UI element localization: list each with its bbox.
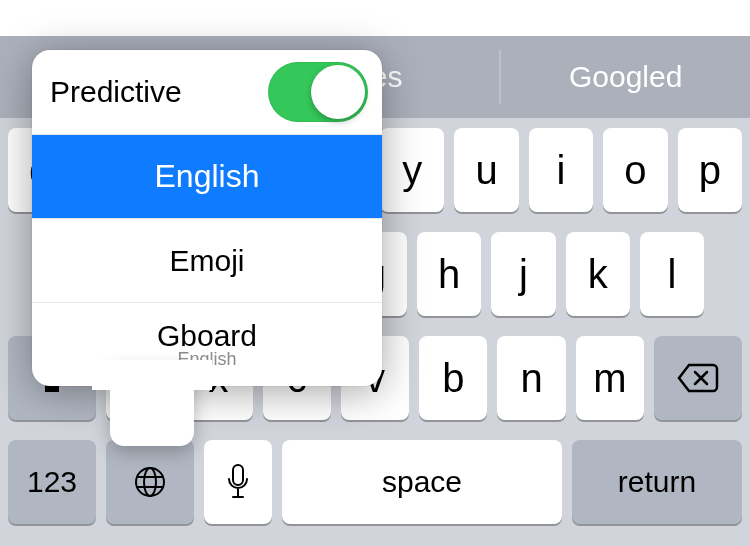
key-row-4: 123 space return <box>8 440 742 524</box>
microphone-icon <box>226 463 250 501</box>
backspace-key[interactable] <box>654 336 742 420</box>
app-content-strip <box>0 0 750 36</box>
predictive-toggle[interactable] <box>268 62 368 122</box>
option-label: Emoji <box>169 244 244 278</box>
key-u[interactable]: u <box>454 128 518 212</box>
space-key[interactable]: space <box>282 440 562 524</box>
key-j[interactable]: j <box>491 232 555 316</box>
numeric-key[interactable]: 123 <box>8 440 96 524</box>
key-i[interactable]: i <box>529 128 593 212</box>
option-label: English <box>155 158 260 195</box>
keyboard-option-english[interactable]: English <box>32 134 382 218</box>
key-n[interactable]: n <box>497 336 565 420</box>
key-o[interactable]: o <box>603 128 667 212</box>
key-h[interactable]: h <box>417 232 481 316</box>
key-l[interactable]: l <box>640 232 704 316</box>
backspace-icon <box>677 363 719 393</box>
option-label: Gboard <box>157 319 257 352</box>
globe-icon <box>133 465 167 499</box>
svg-rect-2 <box>233 465 243 485</box>
dictation-key[interactable] <box>204 440 272 524</box>
svg-point-1 <box>144 468 156 496</box>
toggle-knob <box>311 65 365 119</box>
key-m[interactable]: m <box>576 336 644 420</box>
predictive-toggle-row[interactable]: Predictive <box>32 50 382 134</box>
return-key[interactable]: return <box>572 440 742 524</box>
key-k[interactable]: k <box>566 232 630 316</box>
keyboard-switcher-popover: Predictive English Emoji Gboard English <box>32 50 382 386</box>
keyboard-option-emoji[interactable]: Emoji <box>32 218 382 302</box>
predictive-label: Predictive <box>50 75 182 109</box>
key-b[interactable]: b <box>419 336 487 420</box>
key-p[interactable]: p <box>678 128 742 212</box>
svg-point-0 <box>136 468 164 496</box>
prediction-3[interactable]: Googled <box>501 36 750 118</box>
key-y[interactable]: y <box>380 128 444 212</box>
globe-key[interactable] <box>106 440 194 524</box>
